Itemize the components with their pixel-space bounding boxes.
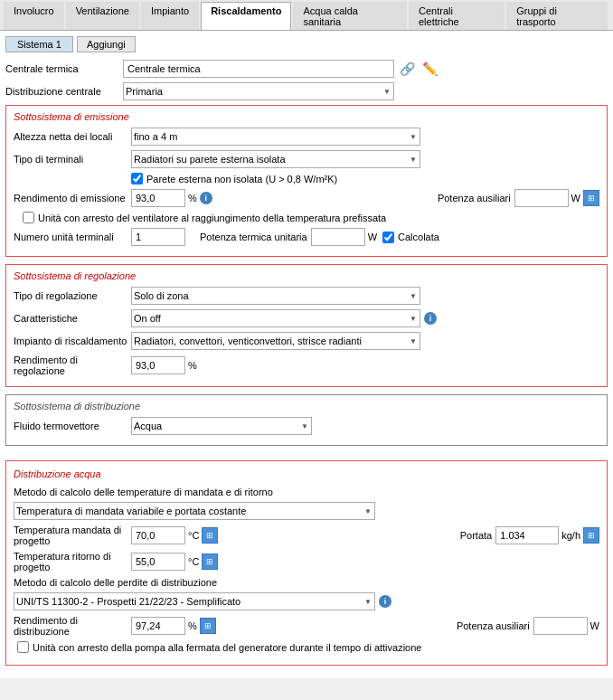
- distribuzione-section: Sottosistema di distribuzione Fluido ter…: [5, 394, 608, 446]
- portata-unit: kg/h: [561, 530, 580, 541]
- metodo-perdite-label: Metodo di calcolo delle perdite di distr…: [14, 577, 217, 588]
- metodo-perdite-label-row: Metodo di calcolo delle perdite di distr…: [14, 577, 599, 588]
- portata-label: Portata: [460, 530, 492, 541]
- centrale-termica-clear-icon[interactable]: ✏️: [420, 61, 439, 76]
- rendimento-distrib-input[interactable]: [131, 617, 185, 635]
- rendimento-emissione-input[interactable]: [131, 189, 185, 207]
- rendimento-percent: %: [188, 193, 197, 203]
- rendimento-regolazione-input[interactable]: [131, 356, 185, 374]
- rendimento-regolazione-row: Rendimento di regolazione %: [14, 355, 599, 376]
- potenza-ausiliari-input[interactable]: [514, 189, 569, 207]
- tipo-regolazione-row: Tipo di regolazione Solo di zona: [14, 287, 599, 305]
- impianto-select[interactable]: Radiatori, convettori, venticonvettori, …: [131, 332, 420, 350]
- potenza-ausiliari-distrib-label: Potenza ausiliari: [457, 620, 530, 631]
- caratteristiche-row: Caratteristiche On off i: [14, 309, 599, 327]
- add-system-button[interactable]: Aggiungi: [77, 36, 136, 52]
- potenza-grid-icon[interactable]: ⊞: [583, 190, 599, 206]
- rendimento-distrib-percent: %: [188, 620, 197, 631]
- fluido-row: Fluido termovettore Acqua: [14, 417, 599, 435]
- tipo-terminali-row: Tipo di terminali Radiatori su parete es…: [14, 150, 599, 168]
- calcolata-checkbox[interactable]: [382, 232, 394, 243]
- temp-mandata-unit: °C: [188, 530, 199, 541]
- parete-esterna-label: Parete esterna non isolata (U > 0,8 W/m²…: [146, 174, 337, 184]
- rendimento-info-icon[interactable]: i: [200, 192, 212, 204]
- tab-ventilazione[interactable]: Ventilazione: [66, 2, 139, 30]
- portata-grid-icon[interactable]: ⊞: [583, 527, 599, 544]
- temp-ritorno-label: Temperatura ritorno di progetto: [14, 551, 131, 572]
- temp-mandata-row: Temperatura mandata di progetto °C ⊞ Por…: [14, 525, 599, 546]
- caratteristiche-select[interactable]: On off: [131, 309, 420, 327]
- temp-ritorno-grid-icon[interactable]: ⊞: [202, 553, 218, 570]
- potenza-termica-label: Potenza termica unitaria: [200, 232, 307, 242]
- temp-mandata-grid-icon[interactable]: ⊞: [202, 527, 218, 544]
- unita-pompa-row: Unità con arresto della pompa alla ferma…: [14, 641, 599, 653]
- potenza-termica-input[interactable]: [311, 228, 365, 246]
- fluido-label: Fluido termovettore: [14, 421, 131, 431]
- calcolata-label: Calcolata: [398, 232, 439, 242]
- rendimento-distrib-row: Rendimento di distribuzione % ⊞ Potenza …: [14, 615, 599, 637]
- altezza-select[interactable]: fino a 4 m: [131, 128, 420, 146]
- metodo-perdite-info-icon[interactable]: i: [379, 595, 391, 608]
- centrale-termica-link-icon[interactable]: 🔗: [398, 61, 417, 76]
- system-tab-bar: Sistema 1 Aggiungi: [5, 36, 608, 52]
- centrale-termica-row: Centrale termica 🔗 ✏️: [5, 60, 608, 78]
- caratteristiche-label: Caratteristiche: [14, 313, 131, 324]
- impianto-riscaldamento-row: Impianto di riscaldamento Radiatori, con…: [14, 332, 599, 350]
- tab-involucro[interactable]: Involucro: [4, 2, 64, 30]
- fluido-select[interactable]: Acqua: [131, 417, 312, 435]
- distribuzione-title: Sottosistema di distribuzione: [14, 401, 599, 411]
- potenza-unit: W: [571, 193, 580, 203]
- regolazione-title: Sottosistema di regolazione: [14, 270, 599, 281]
- numero-unita-row: Numero unità terminali Potenza termica u…: [14, 228, 599, 246]
- metodo-temp-value-row: Temperatura di mandata variabile e porta…: [14, 502, 599, 520]
- distribuzione-acqua-section: Distribuzione acqua Metodo di calcolo de…: [5, 460, 608, 666]
- centrale-termica-label: Centrale termica: [5, 63, 123, 74]
- unita-arresto-row: Unità con arresto del ventilatore al rag…: [14, 212, 599, 223]
- rendimento-regolazione-label: Rendimento di regolazione: [14, 355, 131, 376]
- top-navigation: Involucro Ventilazione Impianto Riscalda…: [0, 0, 613, 31]
- impianto-label: Impianto di riscaldamento: [14, 336, 131, 346]
- numero-unita-label: Numero unità terminali: [14, 232, 131, 242]
- parete-row: Parete esterna non isolata (U > 0,8 W/m²…: [14, 173, 599, 184]
- system-1-tab[interactable]: Sistema 1: [5, 36, 73, 52]
- rendimento-emissione-row: Rendimento di emissione % i Potenza ausi…: [14, 189, 599, 207]
- caratteristiche-info-icon[interactable]: i: [424, 312, 437, 325]
- tab-acqua-calda[interactable]: Acqua calda sanitaria: [293, 2, 407, 30]
- parete-esterna-checkbox-label: Parete esterna non isolata (U > 0,8 W/m²…: [131, 173, 337, 184]
- potenza-ausiliari-distrib-input[interactable]: [533, 617, 588, 635]
- rendimento-distrib-grid-icon[interactable]: ⊞: [200, 618, 216, 634]
- unita-pompa-label: Unità con arresto della pompa alla ferma…: [33, 642, 421, 653]
- tab-centrali-elettriche[interactable]: Centrali elettriche: [409, 2, 505, 30]
- unita-arresto-checkbox[interactable]: [23, 212, 34, 223]
- temp-ritorno-row: Temperatura ritorno di progetto °C ⊞: [14, 551, 599, 572]
- tipo-terminali-select[interactable]: Radiatori su parete esterna isolata: [131, 150, 420, 168]
- rendimento-distrib-label: Rendimento di distribuzione: [14, 615, 131, 637]
- altezza-label: Altezza netta dei locali: [14, 131, 131, 142]
- tipo-regolazione-select[interactable]: Solo di zona: [131, 287, 420, 305]
- tab-riscaldamento[interactable]: Riscaldamento: [201, 2, 291, 30]
- metodo-perdite-select[interactable]: UNI/TS 11300-2 - Prospetti 21/22/23 - Se…: [14, 592, 375, 610]
- rendimento-emissione-label: Rendimento di emissione: [14, 193, 131, 203]
- unita-pompa-checkbox-label: Unità con arresto della pompa alla ferma…: [17, 641, 421, 653]
- temp-ritorno-input[interactable]: [131, 553, 185, 571]
- temp-mandata-input[interactable]: [131, 526, 185, 544]
- centrale-termica-input[interactable]: [123, 60, 394, 78]
- potenza-ausiliari-distrib-unit: W: [590, 620, 599, 631]
- distribuzione-centrale-select[interactable]: Primaria: [123, 82, 394, 100]
- potenza-ausiliari-label: Potenza ausiliari: [438, 193, 511, 203]
- tab-impianto[interactable]: Impianto: [141, 2, 199, 30]
- parete-esterna-checkbox[interactable]: [131, 173, 143, 184]
- unita-pompa-checkbox[interactable]: [17, 641, 29, 653]
- metodo-temp-select[interactable]: Temperatura di mandata variabile e porta…: [14, 502, 375, 520]
- tipo-terminali-label: Tipo di terminali: [14, 154, 131, 165]
- distribuzione-centrale-label: Distribuzione centrale: [5, 86, 123, 97]
- emissione-title: Sottosistema di emissione: [14, 111, 599, 122]
- numero-unita-input[interactable]: [131, 228, 185, 246]
- distribuzione-centrale-row: Distribuzione centrale Primaria: [5, 82, 608, 100]
- rendimento-reg-percent: %: [188, 360, 197, 371]
- unita-arresto-checkbox-label: Unità con arresto del ventilatore al rag…: [23, 212, 386, 223]
- tab-gruppi-trasporto[interactable]: Gruppi di trasporto: [506, 2, 608, 30]
- temp-mandata-label: Temperatura mandata di progetto: [14, 525, 131, 546]
- metodo-temp-label: Metodo di calcolo delle temperature di m…: [14, 487, 273, 497]
- portata-input[interactable]: [495, 526, 559, 544]
